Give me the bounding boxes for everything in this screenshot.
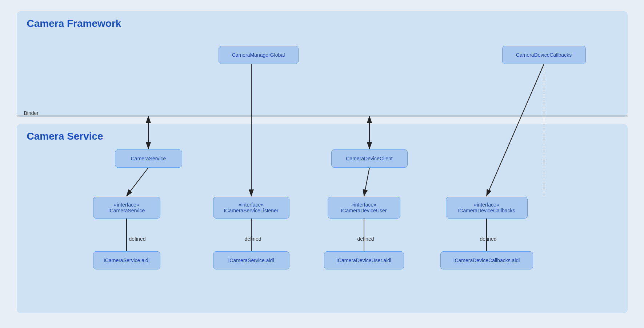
node-icamera-device-callbacks: «interface» ICameraDeviceCallbacks — [446, 197, 528, 219]
defined-label-4: defined — [477, 236, 499, 242]
node-icamera-device-user: «interface» ICameraDeviceUser — [328, 197, 400, 219]
service-box: Camera Service — [17, 124, 628, 313]
node-camera-device-client: CameraDeviceClient — [331, 149, 408, 168]
node-icamera-service-aidl-1: ICameraService.aidl — [93, 251, 160, 269]
node-icamera-device-user-aidl: ICameraDeviceUser.aidl — [324, 251, 404, 269]
node-icamera-service-listener: «interface» ICameraServiceListener — [213, 197, 289, 219]
node-icamera-service-aidl-2: ICameraService.aidl — [213, 251, 289, 269]
node-camera-device-callbacks-fw: CameraDeviceCallbacks — [502, 46, 586, 64]
binder-label: Binder — [24, 110, 39, 116]
service-title: Camera Service — [17, 124, 628, 149]
node-camera-service: CameraService — [115, 149, 182, 168]
defined-label-2: defined — [242, 236, 264, 242]
node-icamera-device-callbacks-aidl: ICameraDeviceCallbacks.aidl — [440, 251, 533, 269]
node-camera-manager-global: CameraManagerGlobal — [219, 46, 299, 64]
framework-box: Camera Framework — [17, 11, 628, 117]
diagram-wrapper: Camera Framework Binder Camera Service — [17, 11, 628, 317]
binder-line — [17, 116, 628, 116]
framework-title: Camera Framework — [17, 11, 628, 36]
defined-label-1: defined — [127, 236, 148, 242]
defined-label-3: defined — [355, 236, 377, 242]
node-icamera-service: «interface» ICameraService — [93, 197, 160, 219]
